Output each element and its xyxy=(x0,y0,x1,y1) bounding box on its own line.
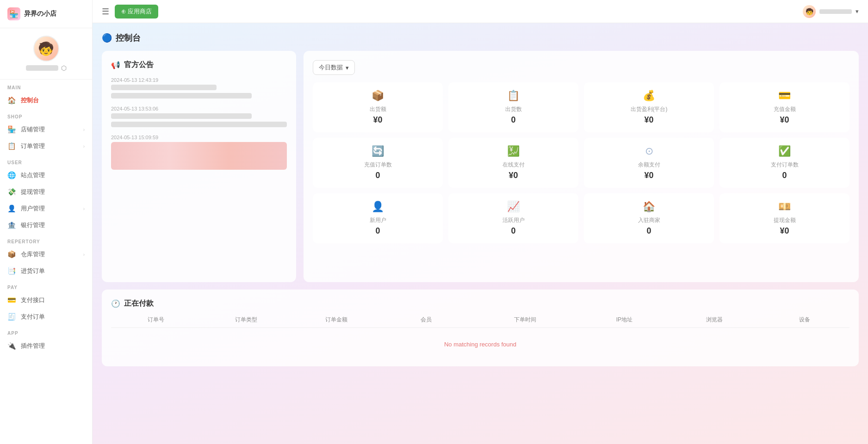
table-col-2: 订单金额 xyxy=(291,316,381,324)
stat-label-1-2: 余额支付 xyxy=(638,161,660,169)
announcement-item-0: 2024-05-13 12:43:19 xyxy=(111,77,287,99)
sidebar-item-orders[interactable]: 📋 订单管理 › xyxy=(0,138,92,154)
payment-icon: 💳 xyxy=(7,296,16,304)
stat-icon-0-3: 💳 xyxy=(778,90,791,102)
stat-item-1-2: ⊙ 余额支付 ¥0 xyxy=(584,138,714,188)
stat-value-2-1: 0 xyxy=(511,226,515,236)
announce-date-2: 2024-05-13 15:09:59 xyxy=(111,135,287,140)
stat-label-1-0: 充值订单数 xyxy=(364,161,392,169)
hamburger-icon[interactable]: ☰ xyxy=(102,6,109,17)
table-col-4: 下单时间 xyxy=(471,316,580,324)
sidebar-item-pay-orders[interactable]: 🧾 支付订单 xyxy=(0,308,92,325)
store-label: 店铺管理 xyxy=(21,125,45,134)
dashboard-label: 控制台 xyxy=(21,96,39,105)
stat-value-0-1: 0 xyxy=(511,115,515,125)
stat-item-0-3: 💳 充值金额 ¥0 xyxy=(719,82,849,132)
topbar-dropdown-icon[interactable]: ▾ xyxy=(856,8,859,15)
date-selector[interactable]: 今日数据 ▾ xyxy=(313,60,355,75)
users-icon: 👤 xyxy=(7,204,16,213)
topbar-right: 🧒 ▾ xyxy=(803,5,859,18)
stat-value-2-2: 0 xyxy=(646,226,651,236)
stat-icon-0-2: 💰 xyxy=(643,90,655,102)
sidebar-item-withdraw[interactable]: 💸 提现管理 xyxy=(0,184,92,200)
announce-blur-1-1 xyxy=(111,122,287,127)
stat-item-2-2: 🏠 入驻商家 0 xyxy=(584,193,714,243)
stat-item-0-2: 💰 出货盈利(平台) ¥0 xyxy=(584,82,714,132)
sidebar-item-purchase[interactable]: 📑 进货订单 xyxy=(0,263,92,279)
stat-value-1-2: ¥0 xyxy=(644,171,653,180)
announcement-title: 📢 官方公告 xyxy=(111,60,287,70)
sidebar-item-plugins[interactable]: 🔌 插件管理 xyxy=(0,338,92,354)
stat-item-0-0: 📦 出货额 ¥0 xyxy=(313,82,443,132)
sidebar-item-dashboard[interactable]: 🏠 控制台 xyxy=(0,92,92,109)
paying-title: 🕐 正在付款 xyxy=(111,299,849,308)
stat-value-0-2: ¥0 xyxy=(644,115,653,125)
stat-item-1-0: 🔄 充值订单数 0 xyxy=(313,138,443,188)
orders-label: 订单管理 xyxy=(21,142,45,150)
stat-item-2-0: 👤 新用户 0 xyxy=(313,193,443,243)
site-label: 站点管理 xyxy=(21,171,45,179)
users-chevron: › xyxy=(83,206,85,211)
stat-item-0-1: 📋 出货数 0 xyxy=(448,82,578,132)
logout-icon[interactable]: ⬡ xyxy=(61,64,67,72)
announcement-item-1: 2024-05-13 13:53:06 xyxy=(111,106,287,127)
site-icon: 🌐 xyxy=(7,171,16,179)
stats-grid-row-0: 📦 出货额 ¥0 📋 出货数 0 💰 出货盈利(平台) ¥0 💳 充值金额 ¥0 xyxy=(313,82,849,132)
table-col-3: 会员 xyxy=(381,316,471,324)
stat-item-2-3: 💴 提现金额 ¥0 xyxy=(719,193,849,243)
stat-item-1-1: 💹 在线支付 ¥0 xyxy=(448,138,578,188)
warehouse-chevron: › xyxy=(83,252,85,257)
pay-orders-icon: 🧾 xyxy=(7,313,16,321)
sidebar-sections: MAIN 🏠 控制台 SHOP 🏪 店铺管理 › 📋 订单管理 › USER 🌐… xyxy=(0,80,92,354)
content-grid: 📢 官方公告 2024-05-13 12:43:192024-05-13 13:… xyxy=(102,51,859,366)
announce-date-1: 2024-05-13 13:53:06 xyxy=(111,106,287,111)
stat-icon-2-0: 👤 xyxy=(372,201,384,213)
stat-value-1-3: 0 xyxy=(782,171,787,180)
sidebar-item-warehouse[interactable]: 📦 仓库管理 › xyxy=(0,246,92,263)
stats-rows: 📦 出货额 ¥0 📋 出货数 0 💰 出货盈利(平台) ¥0 💳 充值金额 ¥0… xyxy=(313,82,849,243)
stats-card: 今日数据 ▾ 📦 出货额 ¥0 📋 出货数 0 💰 出货盈利(平台) ¥0 💳 … xyxy=(304,51,859,282)
sidebar-item-store[interactable]: 🏪 店铺管理 › xyxy=(0,121,92,138)
date-selector-chevron: ▾ xyxy=(346,64,349,71)
withdraw-label: 提现管理 xyxy=(21,188,45,196)
paying-title-text: 正在付款 xyxy=(124,299,154,308)
orders-chevron: › xyxy=(83,144,85,149)
stat-icon-1-1: 💹 xyxy=(507,145,520,157)
brand-icon: 🏪 xyxy=(7,7,20,20)
stat-icon-1-3: ✅ xyxy=(778,145,791,157)
sidebar-item-bank[interactable]: 🏦 银行管理 xyxy=(0,217,92,234)
sidebar-item-payment[interactable]: 💳 支付接口 xyxy=(0,292,92,308)
stats-grid-row-2: 👤 新用户 0 📈 活跃用户 0 🏠 入驻商家 0 💴 提现金额 ¥0 xyxy=(313,193,849,243)
page-title: 🔵 控制台 xyxy=(102,32,859,43)
stats-grid-row-1: 🔄 充值订单数 0 💹 在线支付 ¥0 ⊙ 余额支付 ¥0 ✅ 支付订单数 0 xyxy=(313,138,849,188)
stat-value-0-0: ¥0 xyxy=(373,115,382,125)
users-label: 用户管理 xyxy=(21,204,45,213)
sidebar-section-main: MAIN xyxy=(0,80,92,92)
stat-label-2-0: 新用户 xyxy=(370,216,386,224)
orders-icon: 📋 xyxy=(7,142,16,150)
avatar: 🧒 xyxy=(33,36,59,62)
brand-name: 异界の小店 xyxy=(24,10,56,18)
sidebar-user: 🧒 ⬡ xyxy=(0,28,92,80)
stat-label-2-2: 入驻商家 xyxy=(638,216,660,224)
stat-label-2-1: 活跃用户 xyxy=(502,216,525,224)
announcement-item-2: 2024-05-13 15:09:59 xyxy=(111,135,287,170)
announcement-icon: 📢 xyxy=(111,61,120,69)
topbar: ☰ ⊕ 应用商店 🧒 ▾ xyxy=(93,0,868,23)
bank-label: 银行管理 xyxy=(21,221,45,229)
stat-value-1-0: 0 xyxy=(375,171,380,180)
sidebar-section-user: USER xyxy=(0,154,92,167)
table-col-1: 订单类型 xyxy=(201,316,291,324)
plugins-icon: 🔌 xyxy=(7,342,16,350)
purchase-icon: 📑 xyxy=(7,267,16,275)
stat-icon-0-0: 📦 xyxy=(372,90,384,102)
sidebar-item-site[interactable]: 🌐 站点管理 xyxy=(0,167,92,184)
store-icon: 🏪 xyxy=(7,125,16,134)
app-store-button[interactable]: ⊕ 应用商店 xyxy=(115,5,158,18)
sidebar-item-users[interactable]: 👤 用户管理 › xyxy=(0,200,92,217)
stat-value-0-3: ¥0 xyxy=(780,115,789,125)
announce-blur-0-0 xyxy=(111,85,217,90)
announce-image-2 xyxy=(111,142,287,170)
stat-icon-0-1: 📋 xyxy=(507,90,520,102)
table-col-5: IP地址 xyxy=(579,316,670,324)
